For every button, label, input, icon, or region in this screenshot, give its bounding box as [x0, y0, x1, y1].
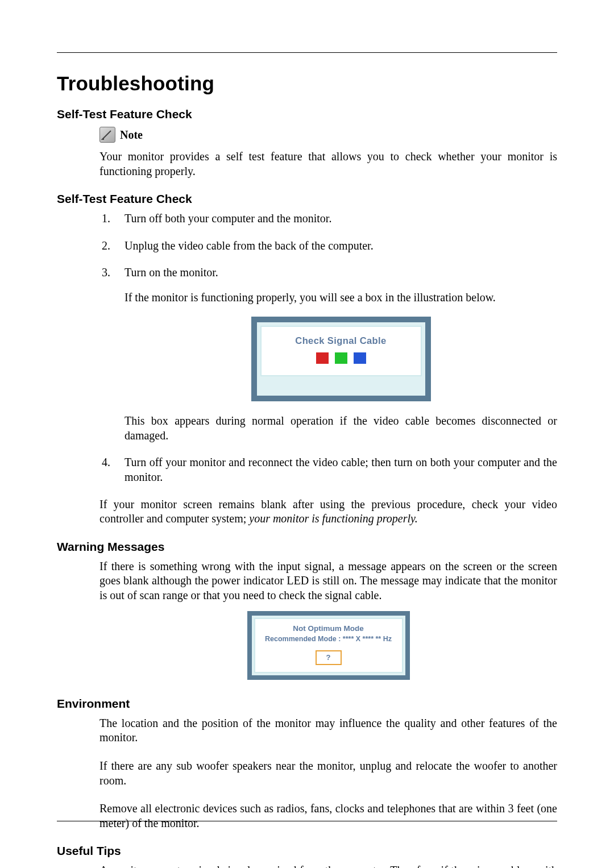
- heading-self-test-2: Self-Test Feature Check: [57, 192, 557, 206]
- heading-self-test-1: Self-Test Feature Check: [57, 107, 557, 121]
- env-p2: If there are any sub woofer speakers nea…: [99, 759, 557, 788]
- self-test-closing: If your monitor screen remains blank aft…: [99, 497, 557, 526]
- note-label: Note: [120, 128, 143, 141]
- section-useful-tips: A monitor recreates visual signals recei…: [99, 863, 557, 868]
- heading-environment: Environment: [57, 697, 557, 711]
- not-optimum-line1: Not Optimum Mode: [259, 624, 399, 633]
- illustration-check-signal: Check Signal Cable: [125, 317, 557, 402]
- green-square: [335, 352, 347, 364]
- self-test-intro: Your monitor provides a self test featur…: [99, 149, 557, 178]
- note-row: Note: [99, 127, 557, 143]
- step-text: Turn on the monitor.: [125, 266, 218, 279]
- heading-warning-messages: Warning Messages: [57, 540, 557, 554]
- step-3: Turn on the monitor. If the monitor is f…: [99, 265, 557, 443]
- not-optimum-line2: Recommended Mode : **** X **** ** Hz: [259, 634, 399, 643]
- step-text: Unplug the video cable from the back of …: [125, 239, 374, 252]
- page-title: Troubleshooting: [57, 72, 557, 95]
- document-page: Troubleshooting Self-Test Feature Check …: [57, 52, 557, 823]
- note-icon: [99, 127, 115, 143]
- step-text: Turn off your monitor and reconnect the …: [125, 456, 557, 483]
- section-environment: The location and the position of the mon…: [99, 716, 557, 831]
- section-self-test-2: Turn off both your computer and the moni…: [99, 211, 557, 526]
- bottom-rule: [57, 821, 557, 821]
- rgb-squares: [314, 352, 368, 368]
- env-p3: Remove all electronic devices such as ra…: [99, 801, 557, 830]
- step-4: Turn off your monitor and reconnect the …: [99, 455, 557, 484]
- section-warning-messages: If there is something wrong with the inp…: [99, 559, 557, 680]
- heading-useful-tips: Useful Tips: [57, 844, 557, 858]
- illustration-not-optimum: Not Optimum Mode Recommended Mode : ****…: [99, 611, 557, 680]
- section-self-test-1: Note Your monitor provides a self test f…: [99, 127, 557, 178]
- tips-p1: A monitor recreates visual signals recei…: [99, 863, 557, 868]
- step-3-sub-1: If the monitor is functioning properly, …: [125, 290, 557, 305]
- self-test-steps: Turn off both your computer and the moni…: [99, 211, 557, 484]
- step-3-sub-2: This box appears during normal operation…: [125, 414, 557, 443]
- red-square: [316, 352, 329, 364]
- env-p1: The location and the position of the mon…: [99, 716, 557, 745]
- not-optimum-box: ?: [316, 650, 342, 665]
- blue-square: [354, 352, 366, 364]
- warning-para: If there is something wrong with the inp…: [99, 559, 557, 603]
- top-rule: [57, 52, 557, 53]
- closing-text-b: your monitor is functioning properly.: [249, 512, 417, 525]
- step-2: Unplug the video cable from the back of …: [99, 239, 557, 254]
- step-text: Turn off both your computer and the moni…: [125, 212, 331, 225]
- check-signal-label: Check Signal Cable: [266, 335, 416, 347]
- step-1: Turn off both your computer and the moni…: [99, 211, 557, 226]
